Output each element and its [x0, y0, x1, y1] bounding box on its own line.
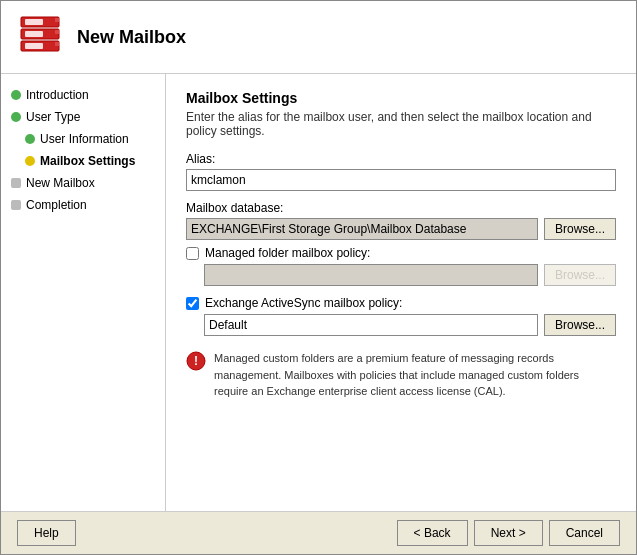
content-subtitle: Enter the alias for the mailbox user, an… [186, 110, 616, 138]
info-icon: ! [186, 351, 206, 371]
alias-label: Alias: [186, 152, 616, 166]
sidebar: Introduction User Type User Information … [1, 74, 166, 511]
browse-activesync-button[interactable]: Browse... [544, 314, 616, 336]
sidebar-item-new-mailbox[interactable]: New Mailbox [1, 172, 165, 194]
footer-right: < Back Next > Cancel [397, 520, 620, 546]
bullet-gray-icon [11, 178, 21, 188]
browse-managed-folder-button[interactable]: Browse... [544, 264, 616, 286]
bullet-green-icon [25, 134, 35, 144]
info-box: ! Managed custom folders are a premium f… [186, 346, 616, 404]
svg-rect-5 [25, 43, 43, 49]
dialog-header: New Mailbox [1, 1, 636, 74]
sidebar-item-mailbox-settings[interactable]: Mailbox Settings [1, 150, 165, 172]
bullet-green-icon [11, 112, 21, 122]
dialog-body: Introduction User Type User Information … [1, 74, 636, 511]
content-title: Mailbox Settings [186, 90, 616, 106]
info-text: Managed custom folders are a premium fea… [214, 350, 616, 400]
svg-rect-3 [25, 19, 43, 25]
managed-folder-checkbox[interactable] [186, 247, 199, 260]
activesync-input-row: Browse... [186, 314, 616, 336]
sidebar-item-introduction[interactable]: Introduction [1, 84, 165, 106]
activesync-checkbox-row: Exchange ActiveSync mailbox policy: [186, 296, 616, 310]
help-button[interactable]: Help [17, 520, 76, 546]
sidebar-item-user-information[interactable]: User Information [1, 128, 165, 150]
activesync-checkbox[interactable] [186, 297, 199, 310]
browse-mailbox-db-button[interactable]: Browse... [544, 218, 616, 240]
managed-folder-input-row: Browse... [186, 264, 616, 286]
svg-rect-8 [55, 42, 59, 46]
mailbox-db-input[interactable] [186, 218, 538, 240]
svg-text:!: ! [194, 354, 198, 368]
managed-folder-input [204, 264, 538, 286]
svg-rect-6 [55, 18, 59, 22]
cancel-button[interactable]: Cancel [549, 520, 620, 546]
back-button[interactable]: < Back [397, 520, 468, 546]
managed-folder-label: Managed folder mailbox policy: [205, 246, 370, 260]
main-content: Mailbox Settings Enter the alias for the… [166, 74, 636, 511]
dialog-window: New Mailbox Introduction User Type User … [0, 0, 637, 555]
sidebar-item-user-type[interactable]: User Type [1, 106, 165, 128]
managed-folder-checkbox-row: Managed folder mailbox policy: [186, 246, 616, 260]
mailbox-db-row: Browse... [186, 218, 616, 240]
activesync-input[interactable] [204, 314, 538, 336]
svg-rect-4 [25, 31, 43, 37]
mailbox-db-label: Mailbox database: [186, 201, 616, 215]
svg-rect-7 [55, 30, 59, 34]
alias-input[interactable] [186, 169, 616, 191]
bullet-gray-icon [11, 200, 21, 210]
dialog-footer: Help < Back Next > Cancel [1, 511, 636, 554]
bullet-green-icon [11, 90, 21, 100]
footer-left: Help [17, 520, 76, 546]
dialog-title: New Mailbox [77, 27, 186, 48]
bullet-yellow-icon [25, 156, 35, 166]
mailbox-icon [17, 13, 65, 61]
sidebar-item-completion[interactable]: Completion [1, 194, 165, 216]
activesync-label: Exchange ActiveSync mailbox policy: [205, 296, 402, 310]
next-button[interactable]: Next > [474, 520, 543, 546]
